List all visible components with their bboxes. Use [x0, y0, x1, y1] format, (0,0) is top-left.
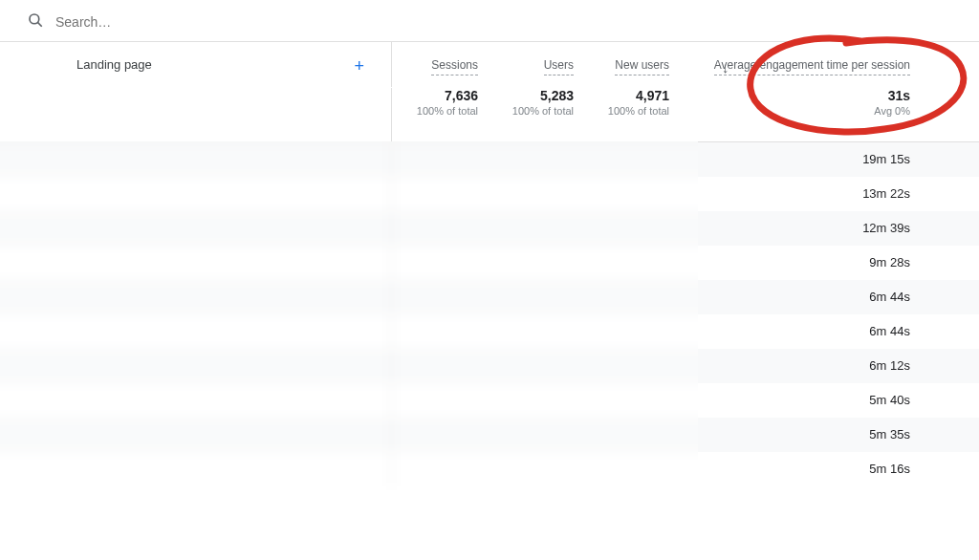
column-header-sessions[interactable]: Sessions	[431, 57, 478, 75]
table-row[interactable]: 12m 39s	[0, 211, 979, 246]
table-row[interactable]: 6m 12s	[0, 349, 979, 383]
sort-descending-icon[interactable]: ↓	[722, 59, 729, 75]
new-users-cell	[583, 427, 679, 442]
new-users-cell	[583, 324, 679, 339]
totals-row: 7,636 100% of total 5,283 100% of total …	[0, 88, 979, 142]
landing-page-cell	[0, 246, 392, 280]
total-aet-sub: Avg 0%	[874, 105, 910, 117]
aet-cell: 6m 44s	[679, 316, 937, 346]
landing-page-cell	[0, 280, 392, 314]
aet-cell: 12m 39s	[679, 213, 937, 243]
aet-cell: 9m 28s	[679, 248, 937, 277]
landing-page-cell	[0, 452, 392, 486]
sessions-cell	[392, 462, 488, 477]
sessions-cell	[392, 221, 488, 236]
landing-page-cell	[0, 211, 392, 246]
total-new-users-sub: 100% of total	[608, 105, 669, 117]
new-users-cell	[583, 255, 679, 270]
total-users: 5,283	[540, 88, 574, 103]
table-row[interactable]: 5m 35s	[0, 418, 979, 452]
dimension-header[interactable]: Landing page	[76, 57, 152, 72]
column-header-avg-engagement-time[interactable]: Average engagement time per session	[714, 57, 910, 75]
sessions-cell	[392, 324, 488, 339]
users-cell	[488, 186, 583, 202]
table-row[interactable]: 9m 28s	[0, 246, 979, 280]
aet-cell: 5m 35s	[679, 420, 937, 449]
sessions-cell	[392, 290, 488, 305]
new-users-cell	[583, 462, 679, 477]
landing-page-cell	[0, 418, 392, 452]
sessions-cell	[392, 358, 488, 374]
sessions-cell	[392, 255, 488, 270]
aet-cell: 19m 15s	[679, 144, 937, 174]
sessions-cell	[392, 152, 488, 167]
aet-cell: 6m 12s	[679, 351, 937, 380]
table-row[interactable]: 6m 44s	[0, 314, 979, 349]
new-users-cell	[583, 290, 679, 305]
table-row[interactable]: 6m 44s	[0, 280, 979, 314]
aet-cell: 6m 44s	[679, 282, 937, 312]
sessions-cell	[392, 427, 488, 442]
table-header-row: Landing page + Sessions Users New users …	[0, 42, 979, 88]
new-users-cell	[583, 393, 679, 408]
users-cell	[488, 358, 583, 374]
users-cell	[488, 255, 583, 270]
new-users-cell	[583, 186, 679, 202]
aet-cell: 5m 40s	[679, 385, 937, 415]
column-header-users[interactable]: Users	[544, 57, 574, 75]
landing-page-cell	[0, 383, 392, 418]
aet-cell: 5m 16s	[679, 454, 937, 484]
table-row[interactable]: 13m 22s	[0, 177, 979, 211]
svg-line-1	[37, 22, 41, 26]
users-cell	[488, 427, 583, 442]
total-sessions: 7,636	[445, 88, 478, 103]
table-row[interactable]: 5m 16s	[0, 452, 979, 486]
users-cell	[488, 221, 583, 236]
svg-point-0	[30, 14, 39, 24]
landing-page-cell	[0, 314, 392, 349]
search-input[interactable]	[55, 14, 342, 30]
total-users-sub: 100% of total	[512, 105, 574, 117]
total-aet: 31s	[888, 88, 910, 103]
new-users-cell	[583, 152, 679, 167]
search-bar	[0, 0, 979, 42]
table-row[interactable]: 19m 15s	[0, 142, 979, 177]
landing-page-cell	[0, 142, 392, 177]
landing-page-cell	[0, 177, 392, 211]
new-users-cell	[583, 358, 679, 374]
users-cell	[488, 152, 583, 167]
landing-page-cell	[0, 349, 392, 383]
aet-cell: 13m 22s	[679, 179, 937, 208]
total-sessions-sub: 100% of total	[417, 105, 478, 117]
users-cell	[488, 290, 583, 305]
table-body: 19m 15s13m 22s12m 39s9m 28s6m 44s6m 44s6…	[0, 142, 979, 486]
add-dimension-button[interactable]: +	[354, 57, 364, 75]
sessions-cell	[392, 393, 488, 408]
users-cell	[488, 462, 583, 477]
users-cell	[488, 324, 583, 339]
total-new-users: 4,971	[636, 88, 669, 103]
column-header-new-users[interactable]: New users	[615, 57, 669, 75]
table-row[interactable]: 5m 40s	[0, 383, 979, 418]
sessions-cell	[392, 186, 488, 202]
new-users-cell	[583, 221, 679, 236]
search-icon	[27, 11, 44, 32]
users-cell	[488, 393, 583, 408]
